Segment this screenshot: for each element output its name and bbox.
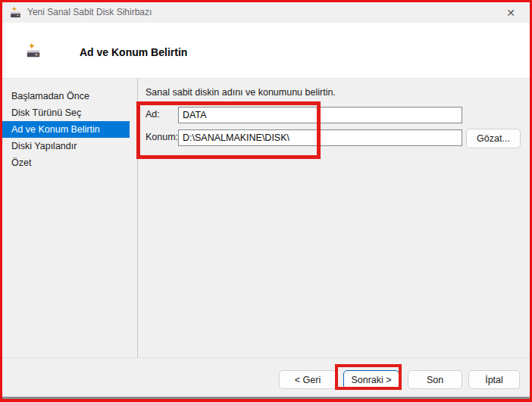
next-button[interactable]: Sonraki > <box>343 370 399 389</box>
virtual-disk-wizard-icon <box>9 6 22 19</box>
footer-divider <box>2 357 530 358</box>
virtual-disk-wizard-icon-large <box>25 42 42 59</box>
sidebar-item-baslamadan-once[interactable]: Başlamadan Önce <box>2 88 130 104</box>
sidebar-divider <box>137 78 138 357</box>
sidebar-item-ad-ve-konum-belirtin[interactable]: Ad ve Konum Belirtin <box>2 121 130 138</box>
browse-button[interactable]: Gözat... <box>466 129 521 148</box>
close-icon[interactable]: ✕ <box>498 2 524 23</box>
page-title: Ad ve Konum Belirtin <box>80 46 187 58</box>
window-title: Yeni Sanal Sabit Disk Sihirbazı <box>27 7 152 17</box>
titlebar: Yeni Sanal Sabit Disk Sihirbazı ✕ <box>2 2 530 23</box>
sidebar-item-disk-turunu-sec[interactable]: Disk Türünü Seç <box>2 104 130 121</box>
sidebar-item-diski-yapilandir[interactable]: Diski Yapılandır <box>2 138 130 154</box>
wizard-header: Ad ve Konum Belirtin <box>2 23 530 78</box>
location-input[interactable] <box>178 129 462 146</box>
window-bottom-edge <box>2 397 530 399</box>
location-field-label: Konum: <box>146 132 178 142</box>
back-button[interactable]: < Geri <box>279 370 336 389</box>
cancel-button[interactable]: İptal <box>468 370 520 389</box>
name-input[interactable] <box>178 107 462 123</box>
sidebar-item-ozet[interactable]: Özet <box>2 154 130 171</box>
instruction-text: Sanal sabit diskin adını ve konumunu bel… <box>146 87 336 98</box>
wizard-steps-sidebar: Başlamadan Önce Disk Türünü Seç Ad ve Ko… <box>2 88 137 171</box>
screenshot-root: Yeni Sanal Sabit Disk Sihirbazı ✕ Ad ve … <box>0 0 532 402</box>
wizard-window: Yeni Sanal Sabit Disk Sihirbazı ✕ Ad ve … <box>2 2 530 399</box>
name-field-label: Ad: <box>146 109 160 120</box>
finish-button[interactable]: Son <box>408 370 462 389</box>
